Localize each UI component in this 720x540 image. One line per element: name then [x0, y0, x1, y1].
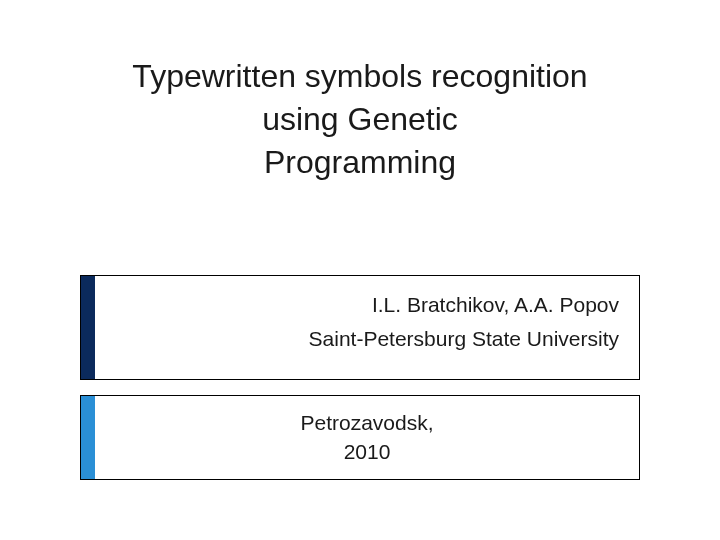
title-line-1: Typewritten symbols recognition [0, 55, 720, 98]
accent-bar-dark [81, 276, 95, 379]
authors-affiliation: Saint-Petersburg State University [107, 322, 619, 356]
slide-title: Typewritten symbols recognition using Ge… [0, 55, 720, 185]
authors-box: I.L. Bratchikov, A.A. Popov Saint-Peters… [80, 275, 640, 380]
title-line-2: using Genetic [0, 98, 720, 141]
authors-names: I.L. Bratchikov, A.A. Popov [107, 288, 619, 322]
accent-bar-light [81, 396, 95, 479]
venue-box: Petrozavodsk, 2010 [80, 395, 640, 480]
venue-content: Petrozavodsk, 2010 [95, 396, 639, 479]
authors-content: I.L. Bratchikov, A.A. Popov Saint-Peters… [95, 276, 639, 379]
venue-year: 2010 [215, 437, 519, 466]
title-line-3: Programming [0, 141, 720, 184]
venue-location: Petrozavodsk, [215, 408, 519, 437]
